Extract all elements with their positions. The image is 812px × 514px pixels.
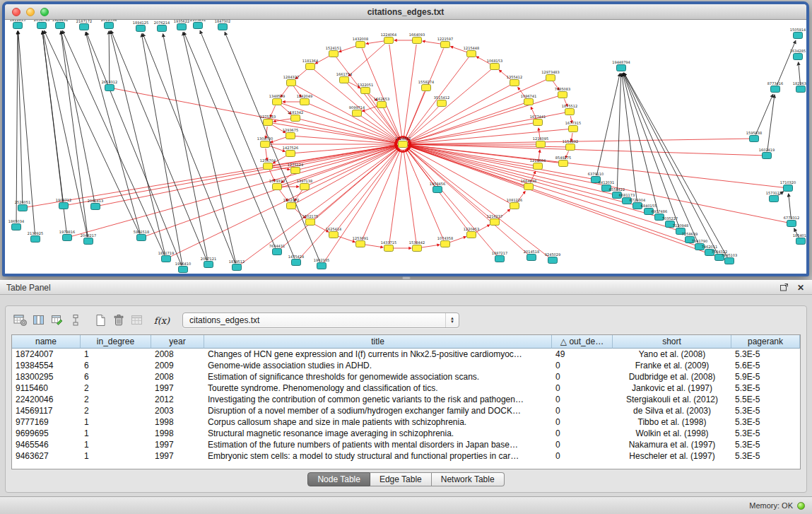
table-row[interactable]: 969969511998Structural magnetic resonanc…: [12, 428, 800, 439]
graph-edge[interactable]: [767, 95, 775, 151]
graph-node[interactable]: [291, 115, 300, 122]
graph-edge[interactable]: [389, 150, 402, 244]
table-selector-dropdown[interactable]: citations_edges.txt ▲▼: [182, 313, 459, 328]
graph-edge[interactable]: [183, 33, 236, 263]
new-table-button[interactable]: [91, 312, 110, 329]
graph-node[interactable]: [524, 184, 534, 190]
graph-node[interactable]: [273, 184, 282, 190]
graph-node[interactable]: [306, 219, 315, 226]
graph-node[interactable]: [353, 110, 362, 117]
graph-node[interactable]: [566, 144, 575, 151]
graph-node[interactable]: [287, 203, 296, 209]
graph-node[interactable]: [361, 88, 370, 94]
graph-node[interactable]: [300, 184, 310, 190]
graph-edge[interactable]: [300, 146, 397, 170]
graph-edge[interactable]: [421, 245, 440, 247]
graph-node[interactable]: [329, 232, 339, 238]
tab-edge-table[interactable]: Edge Table: [370, 472, 432, 486]
graph-node[interactable]: [179, 267, 188, 273]
graph-node[interactable]: [292, 259, 301, 266]
graph-node[interactable]: [177, 24, 187, 30]
graph-node[interactable]: [565, 109, 575, 115]
graph-node[interactable]: [329, 51, 339, 57]
table-row[interactable]: 911546021997Tourette syndrome. Phenomeno…: [12, 382, 800, 394]
graph-edge[interactable]: [336, 57, 399, 140]
graph-node[interactable]: [286, 133, 295, 139]
graph-node[interactable]: [264, 163, 273, 170]
graph-node[interactable]: [80, 24, 89, 30]
graph-edge[interactable]: [596, 74, 620, 175]
column-header-year[interactable]: year: [151, 335, 204, 349]
graph-node[interactable]: [273, 249, 282, 255]
graph-node[interactable]: [218, 24, 228, 30]
graph-node[interactable]: [162, 256, 171, 262]
table-row[interactable]: 1872400712008Changes of HCN gene express…: [12, 349, 800, 360]
graph-node[interactable]: [750, 136, 759, 142]
graph-node[interactable]: [617, 65, 626, 71]
graph-node[interactable]: [91, 204, 100, 210]
column-header-name[interactable]: name: [12, 335, 81, 349]
graph-node[interactable]: [784, 185, 793, 192]
graph-edge[interactable]: [163, 34, 208, 260]
graph-node[interactable]: [356, 241, 365, 247]
graph-node[interactable]: [510, 203, 519, 209]
row-tools-button[interactable]: [66, 312, 85, 329]
network-canvas[interactable]: 1216095167744110967411355412106815312154…: [5, 20, 806, 274]
float-panel-icon[interactable]: [779, 283, 789, 293]
table-row[interactable]: 2242004622012Investigating the contribut…: [12, 394, 800, 405]
graph-node[interactable]: [300, 99, 310, 105]
graph-node[interactable]: [490, 219, 500, 226]
graph-edge[interactable]: [42, 31, 63, 201]
column-header-in_degree[interactable]: in_degree: [81, 335, 151, 349]
graph-node[interactable]: [56, 23, 65, 29]
graph-node[interactable]: [422, 85, 431, 91]
graph-node[interactable]: [136, 25, 146, 32]
graph-node[interactable]: [725, 258, 734, 264]
graph-edge[interactable]: [348, 43, 386, 76]
graph-edge[interactable]: [408, 139, 750, 144]
column-header-short[interactable]: short: [613, 335, 731, 349]
graph-node[interactable]: [18, 205, 28, 211]
graph-edge[interactable]: [389, 45, 402, 139]
graph-edge[interactable]: [111, 30, 207, 260]
graph-edge[interactable]: [404, 150, 416, 244]
graph-node[interactable]: [13, 23, 23, 29]
window-minimize-button[interactable]: [26, 8, 35, 16]
window-zoom-button[interactable]: [40, 8, 49, 16]
graph-node[interactable]: [787, 221, 796, 227]
graph-node[interactable]: [794, 54, 803, 60]
graph-node[interactable]: [384, 245, 394, 252]
graph-node[interactable]: [534, 119, 543, 126]
graph-edge[interactable]: [110, 31, 165, 255]
graph-node[interactable]: [356, 42, 365, 48]
graph-node[interactable]: [413, 37, 422, 44]
graph-node[interactable]: [559, 160, 568, 167]
delete-table-button[interactable]: [110, 312, 128, 329]
graph-edge[interactable]: [777, 40, 796, 85]
graph-node[interactable]: [31, 236, 40, 243]
graph-edge[interactable]: [300, 119, 397, 143]
graph-node[interactable]: [399, 141, 408, 148]
graph-node[interactable]: [158, 25, 167, 32]
network-canvas-svg[interactable]: 1216095167744110967411355412106815312154…: [5, 20, 806, 274]
memory-status-indicator[interactable]: [797, 502, 805, 510]
graph-edge[interactable]: [617, 74, 621, 191]
window-close-button[interactable]: [12, 8, 20, 16]
graph-node[interactable]: [317, 263, 326, 269]
graph-edge[interactable]: [16, 31, 18, 223]
graph-node[interactable]: [37, 23, 47, 29]
graph-edge[interactable]: [68, 145, 397, 205]
window-titlebar[interactable]: citations_edges.txt: [5, 4, 806, 20]
graph-node[interactable]: [510, 80, 519, 86]
graph-node[interactable]: [527, 255, 536, 261]
graph-node[interactable]: [771, 86, 780, 93]
table-row[interactable]: 1938455462009Genome-wide association stu…: [12, 360, 800, 371]
graph-node[interactable]: [105, 23, 114, 29]
import-table-button[interactable]: [128, 312, 146, 329]
column-header-pagerank[interactable]: pagerank: [731, 335, 800, 349]
edit-table-button[interactable]: [48, 312, 66, 329]
column-header-out_de[interactable]: △ out_de…: [552, 335, 613, 349]
column-header-title[interactable]: title: [204, 335, 552, 349]
graph-node[interactable]: [770, 196, 779, 202]
graph-node[interactable]: [84, 238, 93, 245]
